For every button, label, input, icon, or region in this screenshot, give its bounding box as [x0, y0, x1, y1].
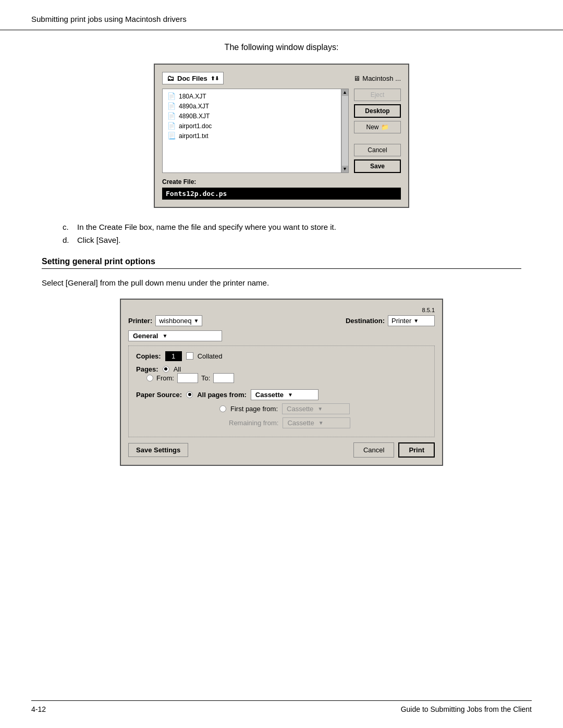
copies-row: Copies: 1 Collated: [136, 351, 427, 361]
step-c-text: In the Create File box, name the file an…: [77, 223, 336, 231]
disk-name: Macintosh ...: [362, 75, 401, 82]
copies-input[interactable]: 1: [165, 351, 182, 361]
folder-icon: 🗂: [167, 74, 174, 82]
general-dropdown[interactable]: General ▼: [128, 330, 222, 341]
scrollbar[interactable]: ▲ ▼: [341, 89, 348, 172]
destination-label: Destination:: [346, 317, 385, 325]
dialog-buttons: Eject Desktop New 📁 Cancel Save: [354, 89, 401, 173]
print-top-row: Printer: wishboneq ▼ Destination: Printe…: [128, 315, 435, 326]
pages-label: Pages:: [136, 365, 158, 373]
page-wrapper: Submitting print jobs using Macintosh dr…: [0, 0, 563, 728]
file-icon-4: 📄: [167, 122, 176, 130]
main-content: The following window displays: 🗂 Doc Fil…: [0, 30, 563, 508]
remaining-row: Remaining from: Cassette ▼: [219, 417, 427, 428]
destination-dropdown-arrow-icon: ▼: [413, 318, 419, 324]
save-dialog: 🗂 Doc Files ⬆⬇ 🖥 Macintosh ... 📄 180A: [154, 64, 409, 208]
dialog-main: 📄 180A.XJT 📄 4890a.XJT 📄 4890B.XJT: [162, 89, 401, 173]
first-page-radio[interactable]: [219, 405, 226, 412]
intro-text: The following window displays:: [42, 43, 521, 52]
folder-selector[interactable]: 🗂 Doc Files ⬆⬇: [162, 72, 224, 84]
cassette-label: Cassette: [255, 391, 284, 399]
printer-label: Printer:: [128, 317, 152, 325]
first-page-label: First page from:: [230, 405, 278, 413]
remaining-cassette-label: Cassette: [287, 419, 314, 427]
desktop-button[interactable]: Desktop: [354, 104, 401, 118]
from-input[interactable]: [177, 373, 198, 383]
to-input[interactable]: [213, 373, 234, 383]
printer-value: wishboneq: [159, 317, 191, 325]
pages-all-label: All: [174, 365, 181, 373]
create-file-label: Create File:: [162, 178, 401, 186]
eject-button[interactable]: Eject: [354, 89, 401, 101]
destination-section: Destination: Printer ▼: [346, 315, 435, 326]
section-body: Select [General] from the pull down menu…: [42, 277, 521, 289]
step-c-letter: c.: [63, 223, 73, 231]
file-icon-2: 📄: [167, 102, 176, 110]
file-name-3: 4890B.XJT: [179, 113, 210, 120]
page-number: 4-12: [31, 705, 46, 713]
radio-filled: [164, 367, 167, 371]
file-item-5: 📃 airport1.txt: [163, 131, 341, 141]
file-name-5: airport1.txt: [179, 132, 209, 140]
all-pages-radio-filled: [188, 393, 191, 396]
collated-checkbox[interactable]: [186, 352, 193, 360]
file-name-1: 180A.XJT: [179, 93, 206, 100]
general-arrow-icon: ▼: [162, 333, 167, 339]
copies-label: Copies:: [136, 352, 161, 360]
print-options-section: Copies: 1 Collated Pages: All: [128, 346, 435, 437]
filename-input[interactable]: Fonts12p.doc.ps: [162, 188, 401, 200]
print-action-buttons: Cancel Print: [353, 442, 435, 458]
disk-label: 🖥 Macintosh ...: [353, 75, 401, 82]
printer-dropdown[interactable]: wishboneq ▼: [155, 315, 202, 326]
print-bottom-row: Save Settings Cancel Print: [128, 442, 435, 458]
pages-row: Pages: All: [136, 365, 427, 373]
remaining-arrow-icon: ▼: [319, 420, 324, 426]
first-page-row: First page from: Cassette ▼: [219, 403, 427, 414]
remaining-dropdown: Cassette ▼: [283, 417, 350, 428]
step-d: d. Click [Save].: [63, 236, 521, 244]
version-label: 8.5.1: [128, 307, 435, 313]
all-pages-from-label: All pages from:: [197, 391, 247, 399]
file-item-3: 📄 4890B.XJT: [163, 111, 341, 121]
scroll-up-icon[interactable]: ▲: [342, 90, 347, 95]
step-d-letter: d.: [63, 236, 73, 244]
folder-arrow-icon: ⬆⬇: [211, 76, 219, 81]
steps-list: c. In the Create File box, name the file…: [63, 223, 521, 244]
page-header: Submitting print jobs using Macintosh dr…: [0, 0, 563, 30]
save-settings-button[interactable]: Save Settings: [128, 443, 188, 457]
pages-all-radio[interactable]: [163, 366, 169, 373]
all-pages-radio[interactable]: [186, 391, 193, 398]
section-heading: Setting general print options: [42, 257, 521, 269]
print-cancel-button[interactable]: Cancel: [353, 442, 394, 458]
pages-from-radio[interactable]: [146, 375, 153, 381]
new-button[interactable]: New 📁: [354, 121, 401, 133]
general-row: General ▼: [128, 330, 435, 341]
from-label: From:: [156, 374, 174, 382]
step-c: c. In the Create File box, name the file…: [63, 223, 521, 231]
file-list: 📄 180A.XJT 📄 4890a.XJT 📄 4890B.XJT: [163, 89, 341, 172]
file-icon-5: 📃: [167, 132, 176, 140]
print-button[interactable]: Print: [398, 442, 435, 458]
collated-label: Collated: [198, 352, 223, 360]
save-button[interactable]: Save: [354, 159, 401, 173]
remaining-label: Remaining from:: [229, 419, 278, 427]
file-icon-3: 📄: [167, 112, 176, 120]
file-name-4: airport1.doc: [179, 122, 212, 130]
file-name-2: 4890a.XJT: [179, 103, 209, 110]
cancel-button[interactable]: Cancel: [354, 144, 401, 156]
folder-name: Doc Files: [177, 75, 207, 82]
disk-icon: 🖥: [353, 75, 360, 82]
new-button-label: New: [366, 124, 378, 131]
header-title: Submitting print jobs using Macintosh dr…: [31, 15, 187, 23]
scroll-down-icon[interactable]: ▼: [342, 167, 347, 171]
general-label: General: [133, 332, 158, 340]
destination-dropdown[interactable]: Printer ▼: [388, 315, 435, 326]
step-d-text: Click [Save].: [77, 236, 120, 244]
paper-source-label: Paper Source:: [136, 391, 182, 399]
printer-dropdown-arrow-icon: ▼: [193, 318, 199, 324]
all-pages-dropdown[interactable]: Cassette ▼: [251, 389, 319, 400]
file-list-container: 📄 180A.XJT 📄 4890a.XJT 📄 4890B.XJT: [162, 89, 349, 173]
dialog-bottom: Create File: Fonts12p.doc.ps: [162, 178, 401, 200]
destination-value: Printer: [391, 317, 411, 325]
first-cassette-label: Cassette: [287, 405, 313, 413]
